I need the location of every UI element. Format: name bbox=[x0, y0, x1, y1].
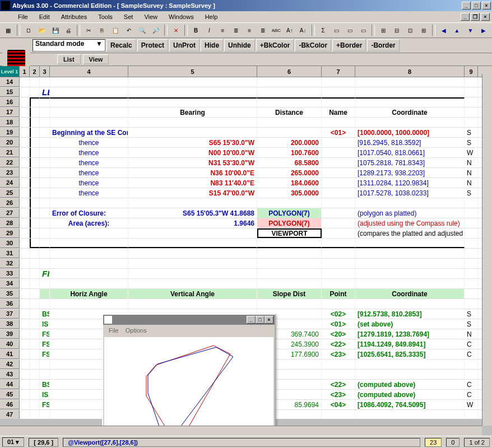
menu-help[interactable]: Help bbox=[199, 12, 224, 21]
cell[interactable] bbox=[465, 228, 478, 238]
italic-icon[interactable]: I bbox=[203, 24, 216, 36]
cell[interactable]: N bbox=[465, 329, 478, 339]
row-header[interactable]: 39 bbox=[0, 329, 20, 339]
cell[interactable]: C bbox=[465, 380, 478, 389]
cell[interactable] bbox=[355, 370, 465, 379]
cell[interactable] bbox=[30, 218, 40, 228]
cell[interactable] bbox=[30, 158, 40, 167]
thence[interactable]: thence bbox=[50, 158, 128, 167]
cell[interactable] bbox=[20, 360, 30, 369]
cell[interactable] bbox=[30, 87, 40, 97]
cell[interactable] bbox=[40, 249, 50, 258]
menu-view[interactable]: View bbox=[138, 12, 163, 21]
viewport-menu-options[interactable]: Options bbox=[122, 326, 150, 335]
point[interactable]: <04> bbox=[322, 400, 355, 409]
cell[interactable] bbox=[40, 148, 50, 157]
cell[interactable] bbox=[40, 299, 50, 309]
cell[interactable] bbox=[30, 279, 40, 288]
cell[interactable] bbox=[465, 97, 478, 107]
cell[interactable] bbox=[322, 259, 355, 268]
mdi-minimize[interactable]: _ bbox=[461, 13, 470, 21]
viewport-cell[interactable]: VIEWPORT bbox=[257, 228, 322, 238]
row-31[interactable]: 31 bbox=[0, 249, 492, 259]
thence[interactable]: thence bbox=[50, 168, 128, 178]
cell[interactable] bbox=[40, 279, 50, 288]
fs-code[interactable]: FS bbox=[40, 329, 50, 339]
cell[interactable] bbox=[465, 208, 478, 218]
find-icon[interactable]: 🔍 bbox=[136, 24, 148, 36]
cell[interactable] bbox=[322, 228, 355, 238]
cell[interactable] bbox=[40, 77, 50, 87]
cell[interactable] bbox=[322, 118, 355, 127]
cell[interactable] bbox=[355, 97, 465, 107]
cell[interactable] bbox=[30, 259, 40, 268]
cell[interactable] bbox=[20, 309, 30, 319]
cell[interactable] bbox=[40, 259, 50, 268]
coord[interactable]: [1075.2818, 781.8343] bbox=[355, 158, 465, 167]
print-icon[interactable]: 🖨 bbox=[63, 24, 75, 36]
copy-icon[interactable]: ⎘ bbox=[96, 24, 108, 36]
mdi-restore[interactable]: ❐ bbox=[471, 13, 480, 21]
cell[interactable] bbox=[465, 269, 478, 278]
cell[interactable] bbox=[257, 87, 322, 97]
cell[interactable] bbox=[257, 198, 322, 208]
viewport-close[interactable]: × bbox=[264, 316, 273, 324]
cell[interactable] bbox=[355, 198, 465, 208]
calc3-icon[interactable]: ▭ bbox=[357, 24, 369, 36]
cell[interactable] bbox=[20, 97, 30, 107]
sum-icon[interactable]: Σ bbox=[317, 24, 329, 36]
cell[interactable]: C bbox=[465, 390, 478, 399]
cell[interactable] bbox=[465, 410, 478, 419]
cell[interactable] bbox=[465, 279, 478, 288]
cell[interactable] bbox=[355, 410, 465, 419]
cell[interactable] bbox=[20, 269, 30, 278]
cell[interactable] bbox=[20, 77, 30, 87]
row-header[interactable]: 24 bbox=[0, 178, 20, 188]
cell[interactable] bbox=[355, 360, 465, 369]
row-header[interactable]: 22 bbox=[0, 158, 20, 167]
cell[interactable] bbox=[30, 208, 40, 218]
cell[interactable]: S bbox=[465, 319, 478, 329]
fs-code[interactable]: FS bbox=[40, 339, 50, 349]
cell[interactable] bbox=[20, 108, 30, 117]
cell[interactable] bbox=[128, 128, 257, 137]
bkcolor-minus-button[interactable]: -BkColor bbox=[295, 39, 331, 52]
distance[interactable]: 100.7600 bbox=[257, 148, 322, 157]
bearing[interactable]: S15 47'00.0"W bbox=[128, 188, 257, 198]
cell[interactable] bbox=[322, 208, 355, 218]
coord[interactable]: [1311.0284, 1120.9834] bbox=[355, 178, 465, 188]
justify-icon[interactable]: ≣ bbox=[257, 24, 269, 36]
col-5[interactable]: 5 bbox=[128, 66, 257, 77]
nav-down-icon[interactable]: ▼ bbox=[465, 24, 477, 36]
coord[interactable]: [916.2945, 818.3592] bbox=[355, 138, 465, 147]
cell[interactable] bbox=[355, 279, 465, 288]
row-header[interactable]: 45 bbox=[0, 390, 20, 399]
col-1[interactable]: 1 bbox=[20, 66, 30, 77]
col-4[interactable]: 4 bbox=[50, 66, 128, 77]
row-header[interactable]: 47 bbox=[0, 410, 20, 419]
cell[interactable] bbox=[465, 77, 478, 87]
maximize-button[interactable]: □ bbox=[472, 2, 481, 10]
row-header[interactable]: 20 bbox=[0, 138, 20, 147]
cell[interactable] bbox=[322, 249, 355, 258]
row-27[interactable]: 27Error of Closure:S65 15'05.3"W 41.8688… bbox=[0, 208, 492, 218]
cell[interactable] bbox=[355, 118, 465, 127]
point[interactable]: <02> bbox=[322, 309, 355, 319]
cell[interactable] bbox=[20, 138, 30, 147]
cell[interactable] bbox=[355, 87, 465, 97]
calc1-icon[interactable]: ▭ bbox=[331, 24, 343, 36]
row-header[interactable]: 43 bbox=[0, 370, 20, 379]
cell[interactable] bbox=[20, 228, 30, 238]
cell[interactable] bbox=[322, 269, 355, 278]
fs-coord[interactable]: [1025.6541, 825.3335] bbox=[355, 349, 465, 359]
viewport-window[interactable]: _ □ × File Options bbox=[102, 314, 276, 441]
cell[interactable] bbox=[322, 279, 355, 288]
cell[interactable] bbox=[322, 370, 355, 379]
cell[interactable] bbox=[30, 349, 40, 359]
row-header[interactable]: 27 bbox=[0, 208, 20, 218]
cell[interactable] bbox=[40, 370, 50, 379]
cell[interactable] bbox=[322, 168, 355, 178]
fs-coord[interactable]: (computed above) bbox=[355, 390, 465, 399]
cell[interactable] bbox=[30, 410, 40, 419]
save-icon[interactable]: 💾 bbox=[49, 24, 62, 36]
